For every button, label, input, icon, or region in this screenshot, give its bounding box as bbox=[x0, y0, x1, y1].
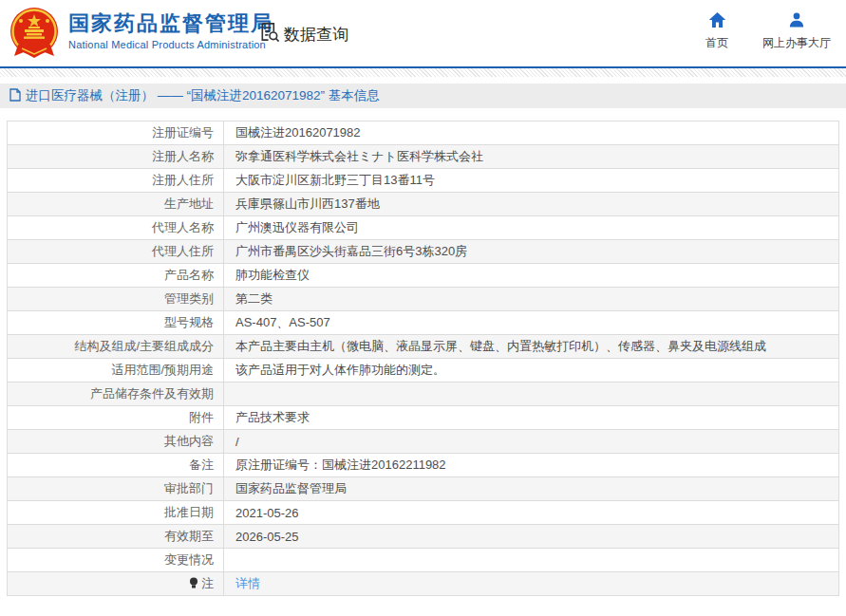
details-link[interactable]: 详情 bbox=[235, 576, 260, 590]
app: 国家药品监督管理局 National Medical Products Admi… bbox=[0, 0, 846, 596]
national-emblem-logo bbox=[9, 7, 60, 61]
header: 国家药品监督管理局 National Medical Products Admi… bbox=[0, 0, 846, 66]
row-label: 型号规格 bbox=[8, 311, 224, 335]
row-label: 注 bbox=[8, 572, 224, 596]
table-row: 型号规格AS-407、AS-507 bbox=[8, 311, 839, 335]
row-label: 有效期至 bbox=[8, 525, 224, 549]
row-value: / bbox=[224, 430, 839, 454]
row-label: 管理类别 bbox=[8, 288, 224, 311]
site-title: 国家药品监督管理局 National Medical Products Admi… bbox=[68, 12, 273, 50]
table-row: 注册证编号国械注进20162071982 bbox=[8, 121, 839, 145]
data-query-label: 数据查询 bbox=[284, 24, 348, 46]
table-row: 其他内容/ bbox=[8, 430, 839, 454]
nav-hall-label: 网上办事大厅 bbox=[762, 35, 831, 51]
table-row: 注册人住所大阪市淀川区新北野三丁目13番11号 bbox=[8, 169, 839, 193]
table-row: 产品储存条件及有效期 bbox=[8, 383, 839, 406]
row-value: 本产品主要由主机（微电脑、液晶显示屏、键盘、内置热敏打印机）、传感器、鼻夹及电源… bbox=[224, 335, 839, 359]
row-label: 附件 bbox=[8, 406, 224, 430]
row-value: 2021-05-26 bbox=[224, 501, 839, 525]
row-label: 其他内容 bbox=[8, 430, 224, 454]
org-name-cn: 国家药品监督管理局 bbox=[68, 12, 273, 35]
table-row: 产品名称肺功能检查仪 bbox=[8, 264, 839, 288]
info-table-body: 注册证编号国械注进20162071982注册人名称弥拿通医科学株式会社ミナト医科… bbox=[8, 121, 839, 596]
table-row: 注详情 bbox=[8, 572, 839, 596]
row-label: 注册人名称 bbox=[8, 145, 224, 169]
row-value: 广州市番禺区沙头街嘉品三街6号3栋320房 bbox=[224, 240, 839, 264]
table-row: 附件产品技术要求 bbox=[8, 406, 839, 430]
org-name-en: National Medical Products Administration bbox=[68, 39, 273, 50]
breadcrumb: 进口医疗器械（注册） —— “国械注进20162071982” 基本信息 bbox=[0, 84, 846, 108]
table-row: 备注原注册证编号：国械注进20162211982 bbox=[8, 454, 839, 477]
nav-online-hall[interactable]: 网上办事大厅 bbox=[762, 11, 831, 51]
table-row: 审批部门国家药品监督管理局 bbox=[8, 477, 839, 501]
row-value: 详情 bbox=[224, 572, 839, 596]
row-value: 广州澳迅仪器有限公司 bbox=[224, 216, 839, 240]
nav-home[interactable]: 首页 bbox=[705, 11, 728, 51]
person-icon bbox=[788, 11, 805, 31]
row-label: 生产地址 bbox=[8, 193, 224, 216]
row-value: 第二类 bbox=[224, 288, 839, 311]
row-label: 备注 bbox=[8, 454, 224, 477]
table-row: 代理人住所广州市番禺区沙头街嘉品三街6号3栋320房 bbox=[8, 240, 839, 264]
bulb-icon bbox=[189, 577, 198, 591]
row-label: 批准日期 bbox=[8, 501, 224, 525]
row-value: 弥拿通医科学株式会社ミナト医科学株式会社 bbox=[224, 145, 839, 169]
row-value: 大阪市淀川区新北野三丁目13番11号 bbox=[224, 169, 839, 193]
row-value: 该产品适用于对人体作肺功能的测定。 bbox=[224, 359, 839, 383]
row-label: 适用范围/预期用途 bbox=[8, 359, 224, 383]
table-row: 结构及组成/主要组成成分本产品主要由主机（微电脑、液晶显示屏、键盘、内置热敏打印… bbox=[8, 335, 839, 359]
hatch-stripe-band bbox=[0, 68, 846, 77]
row-value: 产品技术要求 bbox=[224, 406, 839, 430]
row-label: 变更情况 bbox=[8, 549, 224, 572]
row-label: 产品名称 bbox=[8, 264, 224, 288]
row-value: AS-407、AS-507 bbox=[224, 311, 839, 335]
row-value: 国械注进20162071982 bbox=[224, 121, 839, 145]
row-value: 原注册证编号：国械注进20162211982 bbox=[224, 454, 839, 477]
row-value: 兵庫県篠山市川西137番地 bbox=[224, 193, 839, 216]
page-icon bbox=[9, 88, 21, 104]
row-label: 注册人住所 bbox=[8, 169, 224, 193]
row-label: 代理人名称 bbox=[8, 216, 224, 240]
row-label: 结构及组成/主要组成成分 bbox=[8, 335, 224, 359]
row-value: 肺功能检查仪 bbox=[224, 264, 839, 288]
nav-home-label: 首页 bbox=[705, 35, 728, 51]
table-row: 有效期至2026-05-25 bbox=[8, 525, 839, 549]
row-value bbox=[224, 383, 839, 406]
table-row: 管理类别第二类 bbox=[8, 288, 839, 311]
table-row: 生产地址兵庫県篠山市川西137番地 bbox=[8, 193, 839, 216]
data-query-menu[interactable]: 数据查询 bbox=[258, 21, 348, 47]
registration-info-table: 注册证编号国械注进20162071982注册人名称弥拿通医科学株式会社ミナト医科… bbox=[7, 121, 839, 596]
table-row: 注册人名称弥拿通医科学株式会社ミナト医科学株式会社 bbox=[8, 145, 839, 169]
row-label: 产品储存条件及有效期 bbox=[8, 383, 224, 406]
row-value bbox=[224, 549, 839, 572]
row-label: 注册证编号 bbox=[8, 121, 224, 145]
row-value: 国家药品监督管理局 bbox=[224, 477, 839, 501]
row-label: 审批部门 bbox=[8, 477, 224, 501]
table-row: 批准日期2021-05-26 bbox=[8, 501, 839, 525]
row-label: 代理人住所 bbox=[8, 240, 224, 264]
top-nav: 首页 网上办事大厅 bbox=[705, 11, 831, 51]
document-search-icon bbox=[258, 21, 280, 47]
home-icon bbox=[708, 11, 726, 31]
table-row: 变更情况 bbox=[8, 549, 839, 572]
table-row: 适用范围/预期用途该产品适用于对人体作肺功能的测定。 bbox=[8, 359, 839, 383]
breadcrumb-text: 进口医疗器械（注册） —— “国械注进20162071982” 基本信息 bbox=[26, 87, 380, 104]
row-value: 2026-05-25 bbox=[224, 525, 839, 549]
table-row: 代理人名称广州澳迅仪器有限公司 bbox=[8, 216, 839, 240]
